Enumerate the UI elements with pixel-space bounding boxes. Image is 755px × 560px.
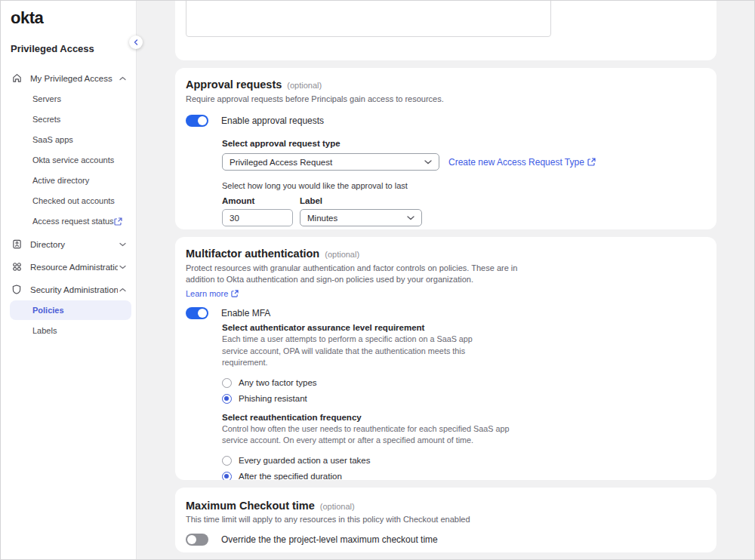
radio-label: Any two factor types xyxy=(239,378,317,387)
learn-more-link[interactable]: Learn more xyxy=(186,289,239,298)
okta-privileged-access-app: okta Privileged Access My Privileged Acc… xyxy=(0,0,755,560)
checkout-card: Maximum Checkout time (optional) This ti… xyxy=(175,488,716,552)
radio-after-specified-duration[interactable]: After the specified duration xyxy=(222,472,706,481)
sidebar-collapse-button[interactable] xyxy=(129,35,143,49)
sidebar-item-checked-out-accounts[interactable]: Checked out accounts xyxy=(10,191,131,211)
directory-icon xyxy=(11,239,22,250)
main-content: Approval requests (optional) Require app… xyxy=(137,1,754,559)
assurance-description: Each time a user attempts to perform a s… xyxy=(222,334,495,369)
nav-item-label: Resource Administration xyxy=(30,263,118,272)
create-access-request-type-link[interactable]: Create new Access Request Type xyxy=(448,157,596,168)
optional-tag: (optional) xyxy=(287,81,322,90)
sidebar-item-labels[interactable]: Labels xyxy=(10,321,131,340)
sidebar-item-saas-apps[interactable]: SaaS apps xyxy=(10,130,131,149)
sidebar-item-active-directory[interactable]: Active directory xyxy=(10,171,131,190)
approval-type-label: Select approval request type xyxy=(222,139,706,148)
radio-label: Phishing resistant xyxy=(239,394,307,403)
optional-tag: (optional) xyxy=(325,250,359,259)
optional-tag: (optional) xyxy=(320,502,355,511)
toggle-label: Enable MFA xyxy=(221,308,270,318)
sidebar-item-servers[interactable]: Servers xyxy=(10,89,131,109)
approval-unit-select[interactable]: Minutes xyxy=(300,209,422,226)
section-title: Multifactor authentication xyxy=(186,248,319,260)
sidebar-item-access-request-status[interactable]: Access request status xyxy=(10,211,131,231)
section-description: Require approval requests before Princip… xyxy=(186,94,706,105)
shield-icon xyxy=(11,285,22,295)
approval-type-select[interactable]: Privileged Access Request xyxy=(222,153,439,171)
enable-mfa-toggle[interactable] xyxy=(186,307,208,319)
link-label: Create new Access Request Type xyxy=(448,157,584,168)
chevron-up-icon xyxy=(118,76,127,81)
override-checkout-time-toggle[interactable] xyxy=(186,534,208,546)
sidebar-item-okta-service-accounts[interactable]: Okta service accounts xyxy=(10,150,131,170)
chevron-down-icon xyxy=(407,216,414,220)
toggle-label: Override the the project-level maximum c… xyxy=(221,534,438,545)
chevron-left-icon xyxy=(133,39,139,45)
approval-duration-question: Select how long you would like the appro… xyxy=(222,181,706,190)
radio-label: After the specified duration xyxy=(239,472,342,480)
assurance-label: Select authenticator assurance level req… xyxy=(222,323,706,332)
section-description: This time limit will apply to any resour… xyxy=(186,514,706,525)
external-link-icon xyxy=(231,290,239,297)
enable-approval-requests-toggle[interactable] xyxy=(186,115,208,127)
grid-icon xyxy=(11,262,22,272)
amount-label: Amount xyxy=(222,196,300,205)
nav-item-label: My Privileged Access xyxy=(30,74,118,83)
nav-subitem-label: Servers xyxy=(32,94,61,103)
nav-item-label: Directory xyxy=(30,240,118,249)
nav-subitem-label: Policies xyxy=(32,306,64,315)
sidebar-item-security-administration[interactable]: Security Administration xyxy=(1,279,136,300)
chevron-down-icon xyxy=(118,242,127,247)
mfa-card: Multifactor authentication (optional) Pr… xyxy=(175,237,716,480)
chevron-down-icon xyxy=(118,265,127,269)
nav-subitem-label: Access request status xyxy=(32,217,114,226)
unit-label: Label xyxy=(300,196,322,205)
okta-logo: okta xyxy=(1,1,136,28)
nav-subitem-label: Labels xyxy=(32,326,57,335)
section-title: Approval requests xyxy=(186,78,282,91)
nav-subitem-label: Checked out accounts xyxy=(32,196,115,205)
approval-amount-input[interactable] xyxy=(222,209,293,226)
nav-subitem-label: Okta service accounts xyxy=(32,155,114,165)
radio-label: Every guarded action a user takes xyxy=(239,456,371,465)
external-link-icon xyxy=(587,158,596,166)
chevron-down-icon xyxy=(424,160,432,165)
approval-requests-card: Approval requests (optional) Require app… xyxy=(175,68,716,229)
radio-unselected-icon xyxy=(222,456,232,466)
sidebar-title: Privileged Access xyxy=(1,28,136,54)
description-textarea[interactable] xyxy=(186,1,551,37)
sidebar-item-my-privileged-access[interactable]: My Privileged Access xyxy=(1,68,136,88)
radio-unselected-icon xyxy=(222,378,232,388)
reauth-label: Select reauthentication frequency xyxy=(222,413,706,422)
external-link-icon xyxy=(114,217,122,226)
section-description: Protect resources with granular authenti… xyxy=(186,263,541,285)
select-value: Privileged Access Request xyxy=(230,158,332,167)
home-icon xyxy=(11,73,22,84)
link-label: Learn more xyxy=(186,289,228,298)
top-card xyxy=(175,1,716,60)
radio-selected-icon xyxy=(222,394,232,404)
radio-phishing-resistant[interactable]: Phishing resistant xyxy=(222,394,706,404)
section-title: Maximum Checkout time xyxy=(186,500,315,512)
nav-subitem-label: Active directory xyxy=(32,176,89,185)
radio-selected-icon xyxy=(222,472,232,481)
sidebar-item-directory[interactable]: Directory xyxy=(1,234,136,254)
nav-subitem-label: Secrets xyxy=(32,115,60,124)
radio-every-guarded-action[interactable]: Every guarded action a user takes xyxy=(222,456,706,466)
sidebar-nav: My Privileged Access Servers Secrets Saa… xyxy=(1,68,136,340)
reauth-description: Control how often the user needs to reau… xyxy=(222,423,510,447)
sidebar-item-secrets[interactable]: Secrets xyxy=(10,109,131,129)
sidebar-item-policies[interactable]: Policies xyxy=(10,300,131,320)
sidebar-item-resource-administration[interactable]: Resource Administration xyxy=(1,257,136,277)
chevron-up-icon xyxy=(118,288,127,292)
radio-any-two-factor-types[interactable]: Any two factor types xyxy=(222,378,706,388)
toggle-label: Enable approval requests xyxy=(221,115,324,126)
select-value: Minutes xyxy=(307,214,337,223)
nav-item-label: Security Administration xyxy=(30,285,118,294)
nav-subitem-label: SaaS apps xyxy=(32,135,73,144)
sidebar: okta Privileged Access My Privileged Acc… xyxy=(1,1,137,559)
